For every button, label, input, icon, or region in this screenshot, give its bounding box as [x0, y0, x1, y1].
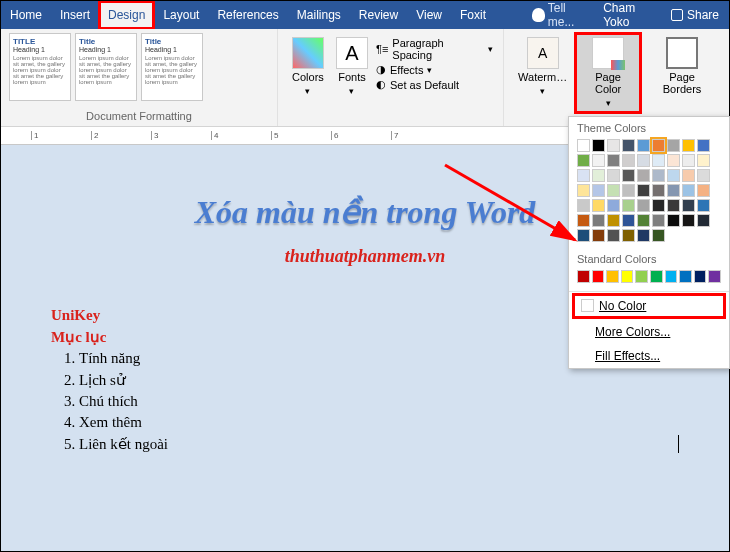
theme-swatch[interactable] — [682, 214, 695, 227]
theme-swatch[interactable] — [652, 214, 665, 227]
theme-thumb[interactable]: TITLEHeading 1Lorem ipsum dolor sit amet… — [9, 33, 71, 101]
page-color-button[interactable]: Page Color▾ — [575, 33, 641, 113]
tab-layout[interactable]: Layout — [154, 1, 208, 29]
tab-design[interactable]: Design — [99, 1, 154, 29]
para-spacing-icon: ¶≡ — [376, 43, 388, 55]
theme-swatch[interactable] — [682, 169, 695, 182]
theme-swatch[interactable] — [592, 154, 605, 167]
set-default-button[interactable]: ◐Set as Default — [376, 78, 493, 91]
theme-swatch[interactable] — [607, 139, 620, 152]
standard-swatch[interactable] — [592, 270, 605, 283]
standard-swatch[interactable] — [665, 270, 678, 283]
theme-swatch[interactable] — [697, 214, 710, 227]
fonts-button[interactable]: AFonts▾ — [330, 33, 374, 101]
theme-swatch[interactable] — [592, 139, 605, 152]
tab-references[interactable]: References — [208, 1, 287, 29]
fill-effects-item[interactable]: Fill Effects... — [569, 344, 729, 368]
theme-swatch[interactable] — [667, 169, 680, 182]
theme-swatch[interactable] — [682, 199, 695, 212]
theme-swatch[interactable] — [637, 214, 650, 227]
theme-swatch[interactable] — [667, 139, 680, 152]
standard-swatch[interactable] — [708, 270, 721, 283]
theme-swatch[interactable] — [652, 154, 665, 167]
theme-swatch[interactable] — [637, 184, 650, 197]
tab-review[interactable]: Review — [350, 1, 407, 29]
theme-swatch[interactable] — [607, 229, 620, 242]
theme-swatch[interactable] — [577, 184, 590, 197]
paragraph-spacing-button[interactable]: ¶≡Paragraph Spacing ▾ — [376, 37, 493, 61]
tab-home[interactable]: Home — [1, 1, 51, 29]
theme-swatch[interactable] — [697, 154, 710, 167]
theme-swatch[interactable] — [607, 199, 620, 212]
theme-swatch[interactable] — [652, 139, 665, 152]
theme-swatch[interactable] — [667, 154, 680, 167]
theme-swatch[interactable] — [697, 199, 710, 212]
theme-swatch[interactable] — [697, 139, 710, 152]
theme-swatch[interactable] — [622, 199, 635, 212]
theme-swatch[interactable] — [622, 154, 635, 167]
theme-swatch[interactable] — [577, 199, 590, 212]
theme-swatch[interactable] — [577, 229, 590, 242]
standard-swatch[interactable] — [606, 270, 619, 283]
theme-swatch[interactable] — [607, 154, 620, 167]
standard-swatch[interactable] — [694, 270, 707, 283]
theme-swatch[interactable] — [652, 184, 665, 197]
theme-swatch[interactable] — [592, 214, 605, 227]
no-color-item[interactable]: No Color — [573, 294, 725, 318]
user-name[interactable]: Cham Yoko — [603, 1, 659, 29]
theme-swatch[interactable] — [577, 169, 590, 182]
effects-icon: ◑ — [376, 63, 386, 76]
tell-me[interactable]: Tell me... — [532, 1, 591, 29]
colors-button[interactable]: Colors▾ — [286, 33, 330, 101]
theme-swatch[interactable] — [577, 139, 590, 152]
theme-swatch[interactable] — [667, 199, 680, 212]
theme-swatch[interactable] — [637, 169, 650, 182]
theme-swatch[interactable] — [667, 184, 680, 197]
theme-swatch[interactable] — [697, 169, 710, 182]
theme-swatch[interactable] — [622, 229, 635, 242]
standard-swatch[interactable] — [621, 270, 634, 283]
theme-swatch[interactable] — [622, 169, 635, 182]
theme-swatch[interactable] — [622, 139, 635, 152]
theme-swatch[interactable] — [592, 184, 605, 197]
theme-swatch[interactable] — [652, 169, 665, 182]
theme-thumb[interactable]: TitleHeading 1Lorem ipsum dolor sit amet… — [141, 33, 203, 101]
theme-swatch[interactable] — [637, 199, 650, 212]
more-colors-item[interactable]: More Colors... — [569, 320, 729, 344]
standard-swatch[interactable] — [650, 270, 663, 283]
theme-thumb[interactable]: TitleHeading 1Lorem ipsum dolor sit amet… — [75, 33, 137, 101]
theme-swatch[interactable] — [652, 199, 665, 212]
theme-swatch[interactable] — [577, 154, 590, 167]
theme-swatch[interactable] — [607, 169, 620, 182]
theme-swatch[interactable] — [697, 184, 710, 197]
theme-colors-grid — [569, 137, 729, 248]
theme-swatch[interactable] — [637, 229, 650, 242]
theme-swatch[interactable] — [622, 214, 635, 227]
theme-swatch[interactable] — [637, 139, 650, 152]
page-borders-button[interactable]: Page Borders — [643, 33, 721, 113]
tab-mailings[interactable]: Mailings — [288, 1, 350, 29]
standard-swatch[interactable] — [635, 270, 648, 283]
watermark-button[interactable]: AWaterm…▾ — [512, 33, 573, 113]
theme-swatch[interactable] — [592, 199, 605, 212]
theme-swatch[interactable] — [682, 184, 695, 197]
theme-swatch[interactable] — [622, 184, 635, 197]
tab-foxit-reader-pdf[interactable]: Foxit Reader PDF — [451, 1, 532, 29]
theme-swatch[interactable] — [592, 229, 605, 242]
theme-swatch[interactable] — [607, 214, 620, 227]
theme-swatch[interactable] — [667, 214, 680, 227]
theme-swatch[interactable] — [637, 154, 650, 167]
tab-view[interactable]: View — [407, 1, 451, 29]
theme-swatch[interactable] — [607, 184, 620, 197]
theme-swatch[interactable] — [592, 169, 605, 182]
share-icon — [671, 9, 683, 21]
effects-button[interactable]: ◑Effects ▾ — [376, 63, 493, 76]
theme-swatch[interactable] — [652, 229, 665, 242]
theme-swatch[interactable] — [682, 154, 695, 167]
share-button[interactable]: Share — [671, 8, 719, 22]
standard-swatch[interactable] — [577, 270, 590, 283]
theme-swatch[interactable] — [577, 214, 590, 227]
theme-swatch[interactable] — [682, 139, 695, 152]
tab-insert[interactable]: Insert — [51, 1, 99, 29]
standard-swatch[interactable] — [679, 270, 692, 283]
